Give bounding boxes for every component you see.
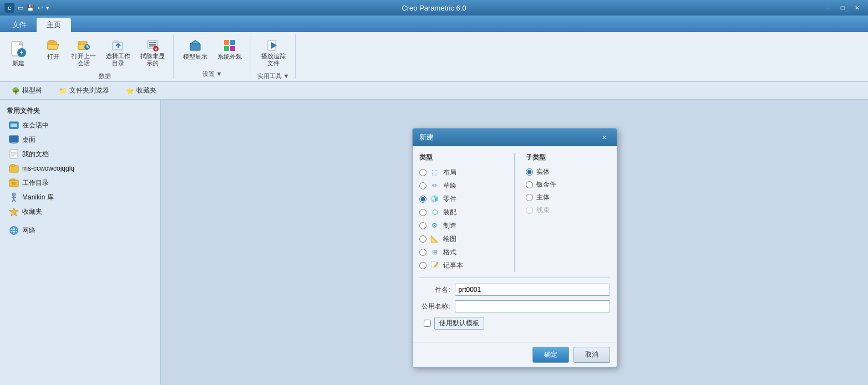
svg-marker-20 [190,40,200,44]
subtype-radio-solid[interactable]: 实体 [526,166,610,178]
common-name-label: 公用名称: [419,302,450,311]
sidebar-item-session-label: 在会话中 [22,121,49,130]
type-radio-mfg[interactable]: ⚙ 制造 [419,219,504,232]
type-radio-assem-input[interactable] [419,209,427,216]
new-dialog: 新建 × 类型 ⬚ 布局 [412,128,617,368]
subtype-sheetmetal-label: 钣金件 [536,180,556,189]
open-recent-button[interactable]: 打开上一会话 [68,37,100,70]
svg-marker-48 [9,208,18,216]
new-icon: + [9,40,27,58]
play-trace-button[interactable]: 播放追踪文件 [257,37,290,70]
sidebar-item-desktop[interactable]: 桌面 [0,132,160,147]
ribbon-group-settings: 模型显示 系统外观 设置 ▼ [174,34,251,79]
type-part-label: 零件 [443,194,456,204]
sidebar-item-workdir[interactable]: W 工作目录 [0,176,160,190]
remove-display-button[interactable]: × 拭除未显示的 [136,37,169,70]
dialog-title: 新建 [419,132,434,142]
sidebar-item-session[interactable]: 在会话中 [0,118,160,132]
subtype-radio-body-input[interactable] [526,194,533,201]
type-radio-layout[interactable]: ⬚ 布局 [419,166,504,179]
close-button[interactable]: ✕ [850,3,864,13]
window-controls: ─ □ ✕ [821,3,864,13]
type-radio-sketch-input[interactable] [419,182,427,189]
type-sketch-label: 草绘 [443,181,456,191]
svg-rect-41 [11,179,15,181]
remove-display-icon: × [146,39,159,52]
select-workdir-icon [112,39,124,52]
select-workdir-button[interactable]: 选择工作目录 [102,37,134,70]
tools-group-content: 播放追踪文件 [257,34,290,72]
type-radio-notepad-input[interactable] [419,262,427,269]
new-button[interactable]: + 新建 [4,37,32,71]
appearance-button[interactable]: 系统外观 [214,37,246,64]
sidebar-item-manikin[interactable]: Manikin 库 [0,190,160,204]
type-radio-format[interactable]: ⊞ 格式 [419,245,504,259]
type-radio-draw-input[interactable] [419,235,427,243]
play-trace-label: 播放追踪文件 [261,53,286,67]
sidebar-item-favorites[interactable]: 收藏夹 [0,204,160,219]
dialog-close-button[interactable]: × [599,132,610,143]
open-recent-label: 打开上一会话 [72,53,96,67]
cancel-button[interactable]: 取消 [573,347,610,363]
remove-display-label: 拭除未显示的 [140,53,165,67]
window-title: Creo Parametric 6.0 [402,4,466,12]
svg-rect-32 [12,142,16,143]
sidebar-item-docs[interactable]: 我的文档 [0,147,160,161]
nav-tab-favorites[interactable]: ⭐ 收藏夹 [119,83,164,98]
dialog-columns: 类型 ⬚ 布局 ✏ 草绘 [419,153,610,272]
nav-tab-folder-browser[interactable]: 📁 文件夹浏览器 [52,83,116,98]
use-template-label[interactable]: 使用默认模板 [434,317,484,330]
type-radio-notepad[interactable]: 📝 记事本 [419,259,504,272]
svg-rect-38 [9,166,18,172]
open-button[interactable]: 打开 [41,37,65,64]
type-radio-mfg-input[interactable] [419,222,427,229]
model-display-button[interactable]: 模型显示 [179,37,211,64]
subtype-radio-sheetmetal-input[interactable] [526,181,533,188]
toolbar-dropdown[interactable]: ▾ [46,4,49,12]
docs-icon [9,149,19,159]
svg-text:+: + [19,49,23,57]
ribbon-group-content-new: + 新建 [4,34,32,79]
tab-file[interactable]: 文件 [2,18,37,32]
subtype-radio-sheetmetal[interactable]: 钣金件 [526,178,610,191]
type-format-label: 格式 [443,248,456,257]
subtype-radio-body[interactable]: 主体 [526,191,610,204]
type-radio-format-input[interactable] [419,249,427,256]
ok-button[interactable]: 确定 [532,347,569,363]
use-template-row: 使用默认模板 [419,317,610,330]
toolbar-icon-save: 💾 [27,4,34,12]
subtype-radio-harness: 线束 [526,204,610,217]
type-assem-label: 装配 [443,208,456,217]
sidebar-item-ms[interactable]: ms-ccwowcojqglq [0,161,160,176]
nav-bar: 🌳 模型树 📁 文件夹浏览器 ⭐ 收藏夹 [0,82,868,100]
name-input[interactable] [455,284,610,296]
tab-home[interactable]: 主页 [37,18,71,32]
folder-browser-icon: 📁 [59,87,67,95]
svg-text:C: C [8,6,12,11]
minimize-button[interactable]: ─ [821,3,835,13]
app-logo: C [4,3,14,13]
nav-tab-tree[interactable]: 🌳 模型树 [4,83,49,98]
sidebar-item-network[interactable]: 网络 [0,223,160,238]
sidebar: 常用文件夹 在会话中 桌面 [0,100,161,385]
name-form-row: 件名: [419,284,610,296]
sidebar-item-network-label: 网络 [22,226,35,235]
sidebar-item-ms-label: ms-ccwowcojqglq [22,165,74,172]
type-radio-part[interactable]: 🧊 零件 [419,192,504,206]
type-radio-sketch[interactable]: ✏ 草绘 [419,179,504,192]
subtype-harness-label: 线束 [536,206,550,215]
subtype-radio-solid-input[interactable] [526,168,533,176]
sidebar-section-title: 常用文件夹 [0,104,160,118]
type-radio-assem[interactable]: ⬡ 装配 [419,206,504,219]
type-radio-draw[interactable]: 📐 绘图 [419,232,504,245]
type-radio-layout-input[interactable] [419,169,427,176]
open-recent-icon [78,39,90,52]
type-layout-label: 布局 [443,168,456,177]
subtype-column: 子类型 实体 钣金件 主体 [526,153,610,272]
common-name-input[interactable] [455,300,610,312]
type-radio-part-input[interactable] [419,196,427,203]
maximize-button[interactable]: □ [836,3,849,13]
model-display-icon [189,39,201,52]
manikin-icon [9,192,19,202]
use-template-checkbox[interactable] [424,320,431,327]
